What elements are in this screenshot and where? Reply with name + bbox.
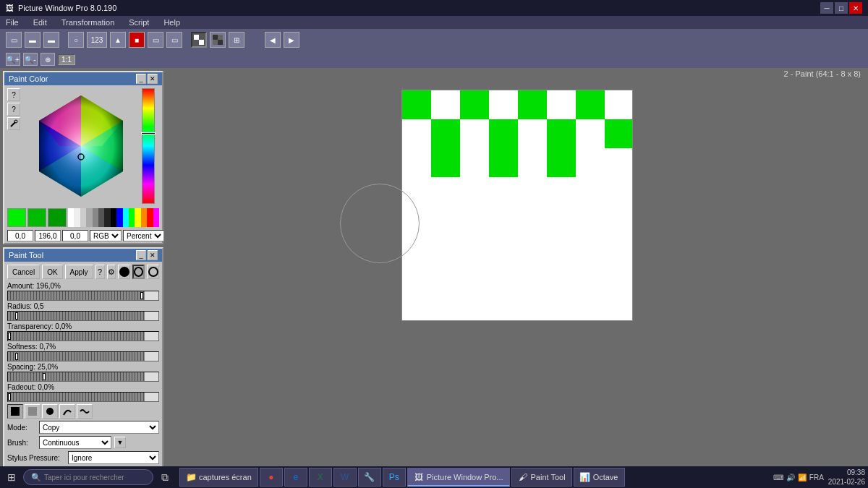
clock[interactable]: 09:38 2021-02-26: [828, 468, 865, 487]
red-value-input[interactable]: [7, 230, 33, 241]
taskbar-app-chrome[interactable]: ●: [260, 468, 283, 487]
paint-panel-minimize[interactable]: _: [136, 250, 146, 260]
taskbar-app-paintool[interactable]: 🖌 Paint Tool: [511, 468, 572, 487]
zoom-fit-button[interactable]: ⊕: [41, 53, 55, 66]
paint-tool-titlebar[interactable]: Paint Tool _ ✕: [4, 249, 162, 262]
fadeout-slider[interactable]: [7, 392, 159, 402]
paint-tool-taskbar-icon: 🖌: [518, 472, 528, 482]
brush-type-solid[interactable]: [118, 265, 130, 279]
toolbar-btn-red[interactable]: ■: [129, 32, 145, 48]
brush-shape-square-solid[interactable]: [7, 404, 23, 419]
brush-shape-square-outline[interactable]: [25, 404, 41, 419]
image-canvas[interactable]: [401, 90, 633, 321]
taskbar-app-captures[interactable]: 📁 captures écran: [179, 468, 258, 487]
close-button[interactable]: ✕: [849, 2, 862, 14]
fadeout-value: [144, 393, 158, 401]
taskbar-search[interactable]: 🔍 Taper ici pour rechercher: [23, 469, 153, 485]
sys-tray: ⌨ 🔊 📶 FRA: [773, 474, 824, 481]
zoom-in-button[interactable]: 🔍+: [6, 53, 20, 66]
mode-row: Mode: Copy Normal Multiply Screen: [7, 421, 159, 434]
word-icon: W: [340, 472, 350, 482]
color-tool-eyedropper[interactable]: [7, 117, 20, 130]
softness-thumb: [15, 353, 18, 360]
menu-edit[interactable]: Edit: [30, 18, 50, 27]
color-mode-select[interactable]: RGB HSV LAB: [90, 230, 122, 241]
tray-icon-1[interactable]: ⌨: [773, 474, 783, 481]
softness-slider[interactable]: [7, 351, 159, 361]
color-wheel[interactable]: [23, 88, 139, 204]
swatch-gradient-strip[interactable]: [68, 208, 159, 227]
taskbar-app-excel[interactable]: X: [309, 468, 332, 487]
apply-button[interactable]: Apply: [65, 265, 93, 279]
color-tool-unknown[interactable]: ?: [7, 88, 20, 101]
blue-value-input[interactable]: [62, 230, 88, 241]
taskbar-app-unknown[interactable]: 🔧: [358, 468, 381, 487]
transparency-slider[interactable]: [7, 331, 159, 341]
brush-type-outline[interactable]: [147, 265, 159, 279]
swatch-green[interactable]: [27, 208, 46, 227]
amount-slider[interactable]: [7, 291, 159, 301]
toolbar-btn-prev[interactable]: ◀: [265, 32, 281, 48]
brush-shape-wave[interactable]: [77, 404, 93, 419]
paint-panel-close[interactable]: ✕: [148, 250, 158, 260]
brush-shape-circle-solid[interactable]: [42, 404, 58, 419]
toolbar-btn-6[interactable]: ▭: [166, 32, 182, 48]
taskbar-app-ps[interactable]: Ps: [383, 468, 406, 487]
taskbar-app-picwin[interactable]: 🖼 Picture Window Pro...: [407, 468, 510, 487]
image-container[interactable]: [401, 90, 633, 321]
swatch-dark-green[interactable]: [48, 208, 67, 227]
cancel-button[interactable]: Cancel: [7, 265, 40, 279]
hue-strip[interactable]: [142, 88, 155, 204]
color-wheel-svg[interactable]: [23, 88, 139, 204]
spacing-slider[interactable]: [7, 372, 159, 382]
help-button[interactable]: ?: [95, 265, 105, 279]
unknown-icon: 🔧: [365, 472, 375, 482]
toolbar-btn-checker[interactable]: [191, 32, 207, 48]
toolbar-btn-2[interactable]: ▬: [25, 32, 41, 48]
menu-file[interactable]: File: [3, 18, 22, 27]
green-value-input[interactable]: [35, 230, 61, 241]
toolbar-btn-grid[interactable]: ⊞: [229, 32, 244, 48]
tray-icon-3[interactable]: 📶: [798, 474, 807, 481]
swatch-bright-green[interactable]: [7, 208, 26, 227]
taskbar-app-octave[interactable]: 📊 Octave: [574, 468, 625, 487]
excel-icon: X: [315, 472, 326, 482]
menu-transformation[interactable]: Transformation: [59, 18, 118, 27]
zoom-out-button[interactable]: 🔍-: [23, 53, 38, 66]
color-panel-titlebar[interactable]: Paint Color _ ✕: [4, 72, 162, 85]
brush-type-outline-selected[interactable]: [132, 265, 145, 279]
radius-slider-row: Radius: 0,5: [7, 302, 159, 321]
color-tool-help[interactable]: ?: [7, 103, 20, 116]
restore-button[interactable]: □: [835, 2, 848, 14]
start-button[interactable]: ⊞: [3, 468, 20, 486]
tray-icon-2[interactable]: 🔊: [786, 474, 795, 481]
stylus-select[interactable]: Ignore Size Opacity: [68, 451, 159, 464]
color-unit-select[interactable]: Percent 0-255 0-1: [123, 230, 164, 241]
color-panel-minimize[interactable]: _: [136, 74, 146, 84]
toolbar-btn-3[interactable]: ▬: [43, 32, 59, 48]
ps-icon: Ps: [389, 472, 399, 482]
menu-help[interactable]: Help: [161, 18, 183, 27]
toolbar-btn-1[interactable]: ▭: [6, 32, 22, 48]
taskbar-app-word[interactable]: W: [333, 468, 357, 487]
radius-slider[interactable]: [7, 311, 159, 321]
ok-button[interactable]: OK: [42, 265, 62, 279]
brush-shape-curve[interactable]: [59, 404, 75, 419]
taskbar-app-edge[interactable]: e: [284, 468, 307, 487]
toolbar-btn-fill[interactable]: ▲: [110, 32, 126, 48]
brush-select[interactable]: Continuous Dab Line: [39, 436, 111, 449]
task-view-button[interactable]: ⧉: [156, 468, 174, 486]
brush-menu-button[interactable]: ▼: [114, 437, 126, 448]
settings-button[interactable]: ⚙: [107, 265, 116, 279]
toolbar-btn-circle[interactable]: ○: [68, 32, 84, 48]
menu-script[interactable]: Script: [126, 18, 152, 27]
language-indicator[interactable]: FRA: [809, 474, 824, 481]
toolbar-btn-123[interactable]: 123: [87, 32, 107, 48]
mode-select[interactable]: Copy Normal Multiply Screen: [39, 421, 159, 434]
toolbar-btn-5[interactable]: ▭: [148, 32, 163, 48]
svg-rect-22: [11, 407, 20, 416]
toolbar-btn-next[interactable]: ▶: [284, 32, 299, 48]
toolbar-btn-checker2[interactable]: [210, 32, 226, 48]
minimize-button[interactable]: ─: [820, 2, 833, 14]
color-panel-close[interactable]: ✕: [148, 74, 158, 84]
